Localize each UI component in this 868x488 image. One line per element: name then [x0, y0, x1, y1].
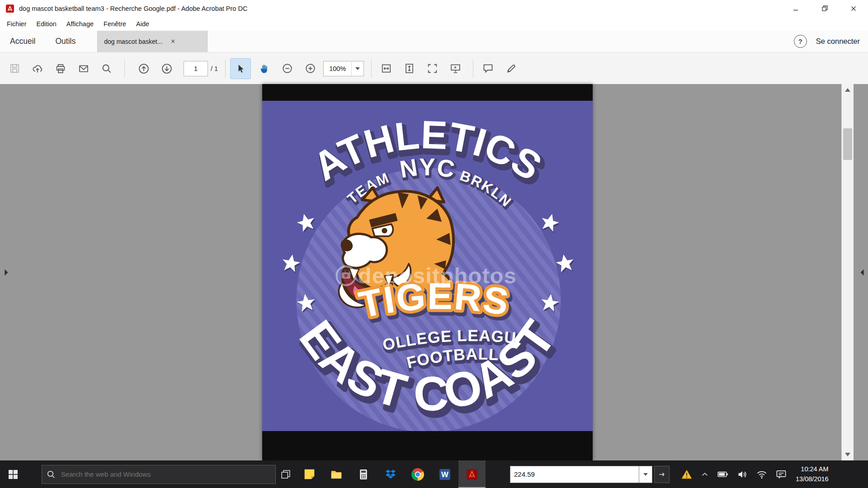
start-button[interactable]	[0, 460, 26, 488]
clock-time: 10:24 AM	[796, 465, 829, 474]
taskbar-app-sticky-notes[interactable]	[296, 460, 323, 488]
email-button[interactable]	[74, 59, 94, 79]
page-down-icon	[161, 63, 173, 75]
chevron-left-icon	[860, 269, 865, 276]
zoom-value: 100%	[324, 65, 351, 72]
zoom-dropdown-arrow[interactable]	[351, 61, 363, 76]
taskbar-app-acrobat[interactable]	[458, 460, 486, 488]
restore-button[interactable]	[810, 0, 839, 17]
toolbar-separator	[473, 60, 473, 78]
sign-in-button[interactable]: Se connecter	[816, 37, 860, 46]
menu-item-fichier[interactable]: Fichier	[2, 17, 32, 31]
next-page-button[interactable]	[157, 59, 177, 79]
fullscreen-button[interactable]	[422, 59, 442, 79]
fit-page-icon	[404, 63, 415, 74]
system-tray	[681, 469, 787, 480]
warning-icon	[681, 469, 692, 480]
previous-page-button[interactable]	[134, 59, 154, 79]
taskbar-search-input[interactable]	[60, 470, 271, 479]
help-icon: ?	[798, 38, 802, 45]
page-number-input[interactable]	[184, 61, 208, 76]
minimize-icon	[793, 6, 798, 11]
tray-expand-button[interactable]	[701, 470, 709, 479]
windows-logo-icon	[8, 469, 19, 480]
help-button[interactable]: ?	[794, 35, 807, 48]
save-file-button[interactable]	[5, 59, 24, 79]
wifi-icon	[756, 469, 767, 480]
document-area: ATHLETICS ATHLETICS TEAM TEAM NYC NYC BR…	[0, 84, 868, 460]
tab-outils[interactable]: Outils	[45, 31, 85, 52]
tab-close-icon[interactable]: ✕	[170, 38, 175, 45]
menu-item-fenetre[interactable]: Fenêtre	[99, 17, 131, 31]
task-view-button[interactable]	[276, 460, 296, 488]
address-dropdown-button[interactable]	[639, 466, 652, 483]
scroll-down-button[interactable]	[842, 449, 854, 460]
zoom-in-button[interactable]	[300, 59, 320, 79]
menu-item-edition[interactable]: Edition	[32, 17, 61, 31]
taskbar-search[interactable]	[42, 465, 276, 484]
dropbox-icon	[384, 468, 397, 481]
right-panel-toggle[interactable]	[858, 266, 866, 279]
taskbar-app-word[interactable]: W	[431, 460, 458, 488]
chevron-up-icon	[701, 470, 709, 479]
left-panel-toggle[interactable]	[2, 266, 10, 279]
warning-tray-icon[interactable]	[681, 469, 692, 480]
tab-bar: Accueil Outils dog mascot basket... ✕ ? …	[0, 31, 868, 52]
close-button[interactable]	[839, 0, 868, 17]
zoom-out-button[interactable]	[277, 59, 297, 79]
battery-icon	[717, 469, 728, 480]
taskbar-app-file-explorer[interactable]	[323, 460, 350, 488]
taskbar-clock[interactable]: 10:24 AM 13/08/2016	[796, 465, 829, 483]
taskbar-app-dropbox[interactable]	[377, 460, 404, 488]
battery-icon[interactable]	[717, 469, 728, 480]
minimize-button[interactable]	[781, 0, 810, 17]
action-center-icon[interactable]	[776, 469, 787, 480]
wifi-icon[interactable]	[756, 469, 767, 480]
word-icon: W	[439, 468, 451, 481]
menu-item-affichage[interactable]: Affichage	[61, 17, 99, 31]
tab-accueil[interactable]: Accueil	[0, 31, 45, 52]
upload-cloud-button[interactable]	[28, 59, 47, 79]
acrobat-app-icon	[5, 4, 14, 13]
fit-page-button[interactable]	[399, 59, 419, 79]
toolbar-separator	[371, 60, 372, 78]
close-icon	[851, 6, 856, 11]
toolbar-separator	[225, 60, 226, 78]
triangle-down-icon	[845, 453, 850, 456]
menu-bar: Fichier Edition Affichage Fenêtre Aide	[0, 17, 868, 31]
scroll-up-button[interactable]	[842, 84, 854, 96]
vertical-scrollbar[interactable]	[841, 84, 854, 460]
reading-mode-button[interactable]	[445, 59, 465, 79]
search-icon	[47, 470, 56, 479]
comment-button[interactable]	[478, 59, 498, 79]
address-go-button[interactable]	[654, 466, 670, 483]
menu-item-aide[interactable]: Aide	[131, 17, 154, 31]
fit-width-button[interactable]	[376, 59, 396, 79]
cursor-icon	[236, 64, 245, 74]
title-bar: dog mascot basketball team3 - Recherche …	[0, 0, 868, 17]
comment-bubble-icon	[482, 63, 494, 74]
fit-width-icon	[381, 63, 392, 74]
page-up-icon	[138, 63, 150, 75]
scrollbar-thumb[interactable]	[843, 128, 852, 160]
hand-tool-button[interactable]	[254, 59, 274, 79]
zoom-out-icon	[282, 63, 293, 74]
taskbar-address-input[interactable]	[510, 466, 639, 483]
taskbar-app-calculator[interactable]	[350, 460, 377, 488]
chevron-down-icon	[643, 473, 648, 476]
taskbar-address-band	[510, 466, 670, 483]
task-view-icon	[281, 469, 291, 479]
pdf-page-image: ATHLETICS ATHLETICS TEAM TEAM NYC NYC BR…	[262, 101, 593, 431]
tab-document[interactable]: dog mascot basket... ✕	[97, 31, 208, 52]
zoom-level-dropdown[interactable]: 100%	[323, 61, 364, 76]
volume-icon[interactable]	[737, 469, 748, 480]
calculator-icon	[358, 469, 369, 480]
draw-button[interactable]	[501, 59, 521, 79]
find-button[interactable]	[97, 59, 117, 79]
print-button[interactable]	[51, 59, 71, 79]
pencil-icon	[505, 63, 517, 74]
window-title: dog mascot basketball team3 - Recherche …	[19, 5, 247, 12]
triangle-up-icon	[845, 88, 850, 92]
taskbar-app-chrome[interactable]	[404, 460, 431, 488]
select-tool-button[interactable]	[230, 58, 251, 79]
